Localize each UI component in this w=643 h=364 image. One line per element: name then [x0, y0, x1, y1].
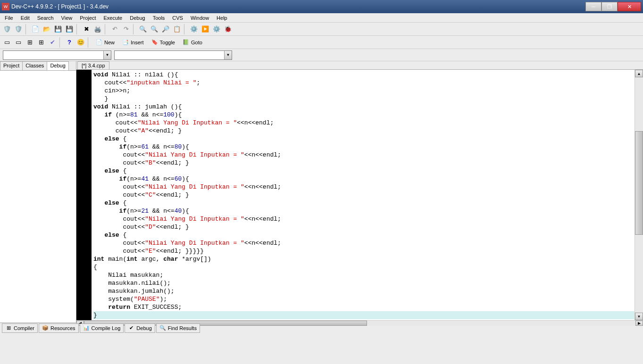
goto-line-icon[interactable]: 📋: [172, 24, 182, 34]
panel-2-icon[interactable]: ▭: [13, 37, 24, 48]
vertical-scrollbar[interactable]: ▲ ▼: [635, 70, 643, 320]
shield-1-icon[interactable]: 🛡️: [2, 24, 12, 34]
new-doc-icon: 📄: [96, 39, 102, 45]
menu-view[interactable]: View: [58, 14, 76, 22]
save-all-icon[interactable]: 💾: [64, 24, 75, 34]
combo-bar: ▼ ▼: [0, 49, 643, 61]
check-icon[interactable]: ✔: [47, 37, 58, 48]
left-panel: ProjectClassesDebug: [0, 61, 76, 323]
new-file-icon[interactable]: 📄: [30, 24, 41, 34]
minimize-button[interactable]: ─: [585, 2, 601, 11]
menu-window[interactable]: Window: [187, 14, 213, 22]
bottom-tab-compiler[interactable]: ⊞Compiler: [2, 323, 38, 333]
goto-icon: 📗: [183, 39, 189, 45]
window-title: Dev-C++ 4.9.9.2 - [ Project1 ] - 3.4.dev: [11, 3, 585, 10]
menu-tools[interactable]: Tools: [149, 14, 169, 22]
panel-4-icon[interactable]: ⊞: [36, 37, 46, 48]
help-icon[interactable]: ?: [64, 37, 75, 48]
app-icon: W: [2, 3, 9, 10]
maximize-button[interactable]: ❐: [601, 2, 618, 11]
menu-search[interactable]: Search: [33, 14, 58, 22]
chevron-down-icon: ▼: [103, 51, 111, 59]
compile-icon[interactable]: ⚙️: [189, 24, 199, 34]
combo-2[interactable]: ▼: [114, 50, 232, 60]
panel-3-icon[interactable]: ⊞: [25, 37, 35, 48]
combo-1[interactable]: ▼: [3, 50, 111, 60]
tab-icon: ⊞: [5, 325, 12, 331]
scroll-up-icon[interactable]: ▲: [635, 70, 643, 77]
goto-button[interactable]: 📗Goto: [179, 37, 206, 48]
left-panel-content: [0, 71, 76, 323]
close-file-icon[interactable]: ✖: [81, 24, 92, 34]
window-titlebar: W Dev-C++ 4.9.9.2 - [ Project1 ] - 3.4.d…: [0, 0, 643, 13]
insert-button[interactable]: 📑Insert: [119, 37, 147, 48]
menu-file[interactable]: File: [1, 14, 17, 22]
save-icon[interactable]: 💾: [53, 24, 63, 34]
menu-help[interactable]: Help: [213, 14, 231, 22]
scroll-right-icon[interactable]: ▶: [635, 321, 643, 326]
toggle-button[interactable]: 🔖Toggle: [148, 37, 178, 48]
menu-execute[interactable]: Execute: [100, 14, 126, 22]
tab-label: Compile Log: [92, 325, 121, 331]
tab-label: Compiler: [14, 325, 34, 331]
tab-label: Debug: [136, 325, 151, 331]
shield-2-icon[interactable]: 🛡️: [13, 24, 24, 34]
insert-icon: 📑: [122, 39, 129, 45]
menu-bar: FileEditSearchViewProjectExecuteDebugToo…: [0, 13, 643, 23]
redo-icon[interactable]: ↷: [121, 24, 131, 34]
tab-label: Find Results: [168, 325, 197, 331]
bottom-tab-resources[interactable]: 📦Resources: [39, 323, 79, 333]
find-next-icon[interactable]: 🔎: [160, 24, 171, 34]
scroll-thumb[interactable]: [635, 131, 643, 235]
file-tab[interactable]: [*] 3.4.cpp: [77, 61, 109, 69]
bottom-tab-compile-log[interactable]: 📊Compile Log: [80, 323, 124, 333]
left-tab-debug[interactable]: Debug: [47, 61, 68, 70]
toolbar-2: ▭ ▭ ⊞ ⊞ ✔ ? 😊 📄New 📑Insert 🔖Toggle 📗Goto: [0, 36, 643, 49]
code-editor[interactable]: void Nilai :: nilai (){ cout<<"inputkan …: [92, 70, 635, 320]
toggle-icon: 🔖: [151, 39, 158, 45]
close-button[interactable]: ✕: [618, 2, 641, 11]
menu-cvs[interactable]: CVS: [168, 14, 187, 22]
open-icon[interactable]: 📂: [42, 24, 52, 34]
tab-icon: ✔: [128, 325, 134, 331]
scroll-down-icon[interactable]: ▼: [635, 313, 643, 320]
chevron-down-icon: ▼: [224, 51, 232, 59]
tab-icon: 📦: [42, 325, 49, 331]
debug-run-icon[interactable]: 🐞: [223, 24, 233, 34]
run-icon[interactable]: ▶️: [200, 24, 210, 34]
menu-debug[interactable]: Debug: [126, 14, 149, 22]
panel-1-icon[interactable]: ▭: [2, 37, 12, 48]
tab-label: Resources: [50, 325, 75, 331]
editor-panel: [*] 3.4.cpp void Nilai :: nilai (){ cout…: [76, 61, 643, 323]
menu-edit[interactable]: Edit: [17, 14, 33, 22]
bottom-blank: [0, 333, 643, 352]
smiley-icon[interactable]: 😊: [75, 37, 86, 48]
compile-run-icon[interactable]: ⚙️: [211, 24, 222, 34]
replace-icon[interactable]: 🔍: [149, 24, 159, 34]
print-icon[interactable]: 🖨️: [92, 24, 103, 34]
find-icon[interactable]: 🔍: [138, 24, 148, 34]
bottom-tab-find-results[interactable]: 🔍Find Results: [156, 323, 200, 333]
bottom-tab-debug[interactable]: ✔Debug: [125, 323, 155, 333]
undo-icon[interactable]: ↶: [109, 24, 120, 34]
tab-icon: 🔍: [159, 325, 166, 331]
editor-gutter: [76, 70, 92, 320]
left-tab-project[interactable]: Project: [0, 61, 23, 70]
left-tab-classes[interactable]: Classes: [22, 61, 47, 70]
new-button[interactable]: 📄New: [92, 37, 118, 48]
tab-icon: 📊: [83, 325, 90, 331]
menu-project[interactable]: Project: [76, 14, 100, 22]
toolbar-1: 🛡️ 🛡️ 📄 📂 💾 💾 ✖ 🖨️ ↶ ↷ 🔍 🔍 🔎 📋 ⚙️ ▶️ ⚙️ …: [0, 23, 643, 36]
